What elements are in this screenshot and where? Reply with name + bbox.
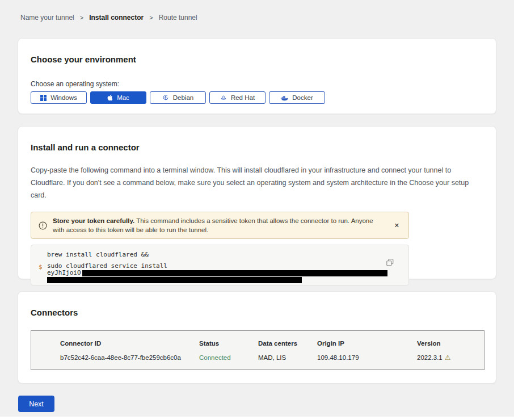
column-header-status: Status bbox=[199, 340, 258, 347]
data-centers-value: MAD, LIS bbox=[258, 354, 317, 361]
os-button-label: Mac bbox=[117, 94, 129, 101]
version-value: 2022.3.1 ⚠ bbox=[417, 354, 473, 361]
breadcrumb-step-install-connector[interactable]: Install connector bbox=[89, 14, 144, 22]
os-button-label: Docker bbox=[292, 94, 313, 101]
close-icon[interactable]: ✕ bbox=[392, 220, 402, 231]
table-row: b7c52c42-6caa-48ee-8c77-fbe259cb6c0a Con… bbox=[60, 354, 473, 361]
connectors-table: Connector ID Status Data centers Origin … bbox=[31, 330, 484, 370]
column-header-origin-ip: Origin IP bbox=[317, 340, 417, 347]
os-button-windows[interactable]: Windows bbox=[31, 91, 87, 104]
os-select-label: Choose an operating system: bbox=[31, 80, 483, 88]
shell-prompt: $ bbox=[39, 263, 43, 271]
column-header-connector-id: Connector ID bbox=[60, 340, 199, 347]
warning-triangle-icon: ⚠ bbox=[445, 354, 451, 361]
connectors-card: Connectors Connector ID Status Data cent… bbox=[18, 291, 496, 384]
os-button-redhat[interactable]: Red Hat bbox=[209, 91, 266, 104]
os-button-mac[interactable]: Mac bbox=[90, 91, 146, 104]
breadcrumb-separator: > bbox=[80, 14, 83, 21]
bottom-strip bbox=[0, 417, 514, 420]
windows-logo-icon bbox=[40, 95, 47, 101]
breadcrumb: Name your tunnel > Install connector > R… bbox=[18, 0, 496, 22]
column-header-version: Version bbox=[417, 340, 473, 347]
next-button[interactable]: Next bbox=[18, 396, 54, 412]
os-button-label: Debian bbox=[173, 94, 193, 101]
os-button-label: Red Hat bbox=[231, 94, 255, 101]
docker-whale-icon bbox=[281, 95, 288, 101]
breadcrumb-separator: > bbox=[149, 14, 153, 21]
column-header-data-centers: Data centers bbox=[258, 340, 317, 347]
install-card-description: Copy-paste the following command into a … bbox=[31, 164, 483, 201]
install-command-codeblock: $ brew install cloudflared && sudo cloud… bbox=[31, 245, 409, 285]
code-line-token: eyJhIjoiO bbox=[47, 270, 393, 276]
os-button-label: Windows bbox=[50, 94, 77, 101]
environment-card-title: Choose your environment bbox=[31, 54, 483, 64]
token-warning-banner: Store your token carefully. This command… bbox=[31, 212, 409, 239]
os-button-row: Windows Mac Debian Red Hat bbox=[31, 91, 483, 104]
code-line-service-install: sudo cloudflared service install bbox=[47, 263, 393, 270]
connectors-table-header: Connector ID Status Data centers Origin … bbox=[60, 340, 473, 347]
breadcrumb-step-route-tunnel[interactable]: Route tunnel bbox=[159, 14, 197, 22]
page: Name your tunnel > Install connector > R… bbox=[0, 0, 514, 412]
os-button-debian[interactable]: Debian bbox=[150, 91, 206, 104]
connector-id-value: b7c52c42-6caa-48ee-8c77-fbe259cb6c0a bbox=[60, 354, 199, 361]
status-badge: Connected bbox=[199, 354, 258, 361]
code-line-brew-install: brew install cloudflared && bbox=[47, 251, 393, 258]
alert-circle-icon bbox=[39, 221, 47, 230]
origin-ip-value: 109.48.10.179 bbox=[317, 354, 417, 361]
token-prefix: eyJhIjoiO bbox=[47, 270, 81, 276]
apple-logo-icon bbox=[107, 94, 113, 101]
install-card-title: Install and run a connector bbox=[31, 142, 483, 152]
red-hat-icon bbox=[220, 94, 227, 101]
redacted-token-bar bbox=[82, 270, 387, 276]
breadcrumb-step-name-your-tunnel[interactable]: Name your tunnel bbox=[20, 14, 74, 22]
debian-swirl-icon bbox=[162, 94, 169, 101]
environment-card: Choose your environment Choose an operat… bbox=[18, 38, 496, 114]
install-connector-card: Install and run a connector Copy-paste t… bbox=[18, 126, 496, 279]
copy-icon[interactable] bbox=[385, 258, 395, 269]
redacted-token-bar bbox=[47, 277, 302, 283]
connectors-card-title: Connectors bbox=[31, 308, 483, 317]
os-button-docker[interactable]: Docker bbox=[269, 91, 325, 104]
token-warning-text: Store your token carefully. This command… bbox=[53, 216, 402, 234]
token-warning-bold: Store your token carefully. bbox=[53, 217, 134, 224]
